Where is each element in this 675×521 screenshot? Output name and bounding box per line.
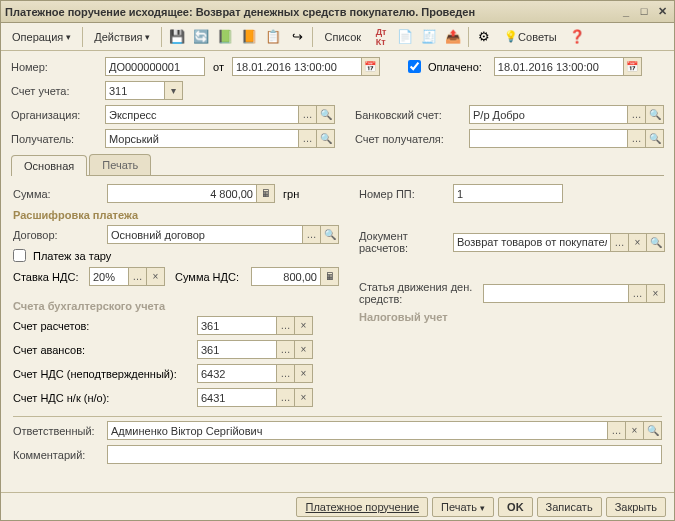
calendar-icon[interactable]: 📅 (624, 57, 642, 76)
select-icon[interactable]: … (303, 225, 321, 244)
tips-button[interactable]: 💡 Советы (497, 26, 563, 48)
a3-input[interactable] (197, 364, 277, 383)
a1-label: Счет расчетов: (13, 320, 193, 332)
receiver-input[interactable] (105, 129, 299, 148)
footer: Платежное поручение Печать OK Записать З… (1, 492, 674, 520)
structure-icon[interactable]: ↪ (286, 26, 308, 48)
a2-input[interactable] (197, 340, 277, 359)
maximize-button[interactable]: □ (636, 5, 652, 19)
actions-menu[interactable]: Действия (87, 26, 157, 48)
calc-icon[interactable]: 🖩 (321, 267, 339, 286)
sum-input[interactable] (107, 184, 257, 203)
separator (161, 27, 162, 47)
search-icon[interactable]: 🔍 (317, 129, 335, 148)
close-button[interactable]: ✕ (654, 5, 670, 19)
calendar-icon[interactable]: 📅 (362, 57, 380, 76)
cashflow-input[interactable] (483, 284, 629, 303)
tabs: Основная Печать (11, 154, 664, 176)
clear-icon[interactable]: × (626, 421, 644, 440)
search-icon[interactable]: 🔍 (646, 105, 664, 124)
vatrate-input[interactable] (89, 267, 129, 286)
resp-input[interactable] (107, 421, 608, 440)
settings-icon[interactable]: ⚙ (473, 26, 495, 48)
tare-checkbox[interactable] (13, 249, 26, 262)
vatsum-input[interactable] (251, 267, 321, 286)
select-icon[interactable]: … (299, 129, 317, 148)
clear-icon[interactable]: × (295, 388, 313, 407)
minimize-button[interactable]: _ (618, 5, 634, 19)
select-icon[interactable]: … (299, 105, 317, 124)
select-icon[interactable]: … (628, 129, 646, 148)
select-icon[interactable]: … (611, 233, 629, 252)
export-icon[interactable]: 📤 (442, 26, 464, 48)
docpay-input[interactable] (453, 233, 611, 252)
bank-input[interactable] (469, 105, 628, 124)
dropdown-icon[interactable]: ▾ (165, 81, 183, 100)
select-icon[interactable]: … (608, 421, 626, 440)
search-icon[interactable]: 🔍 (644, 421, 662, 440)
tab-print[interactable]: Печать (89, 154, 151, 175)
titlebar: Платежное поручение исходящее: Возврат д… (1, 1, 674, 23)
list-button[interactable]: Список (317, 26, 368, 48)
contract-input[interactable] (107, 225, 303, 244)
search-icon[interactable]: 🔍 (646, 129, 664, 148)
docpay-label: Документ расчетов: (359, 230, 449, 254)
org-input[interactable] (105, 105, 299, 124)
tare-label: Платеж за тару (33, 250, 111, 262)
select-icon[interactable]: … (277, 316, 295, 335)
pp-input[interactable] (453, 184, 563, 203)
operation-menu[interactable]: Операция (5, 26, 78, 48)
close-form-button[interactable]: Закрыть (606, 497, 666, 517)
dtct-icon[interactable]: ДтКт (370, 26, 392, 48)
form-body: Номер: от 📅 Оплачено: 📅 Счет учета: ▾ Ор… (1, 51, 674, 483)
account-input[interactable] (105, 81, 165, 100)
select-icon[interactable]: … (129, 267, 147, 286)
select-icon[interactable]: … (277, 340, 295, 359)
select-icon[interactable]: … (277, 388, 295, 407)
search-icon[interactable]: 🔍 (317, 105, 335, 124)
clear-icon[interactable]: × (295, 340, 313, 359)
clear-icon[interactable]: × (295, 316, 313, 335)
number-label: Номер: (11, 61, 101, 73)
search-icon[interactable]: 🔍 (321, 225, 339, 244)
contract-label: Договор: (13, 229, 103, 241)
recvacct-input[interactable] (469, 129, 628, 148)
select-icon[interactable]: … (277, 364, 295, 383)
vatrate-label: Ставка НДС: (13, 271, 85, 283)
clear-icon[interactable]: × (647, 284, 665, 303)
paid-label: Оплачено: (428, 61, 482, 73)
payment-order-button[interactable]: Платежное поручение (296, 497, 428, 517)
print-button[interactable]: Печать (432, 497, 494, 517)
clear-icon[interactable]: × (629, 233, 647, 252)
select-icon[interactable]: … (629, 284, 647, 303)
search-icon[interactable]: 🔍 (647, 233, 665, 252)
clear-icon[interactable]: × (147, 267, 165, 286)
ok-button[interactable]: OK (498, 497, 533, 517)
decode-header: Расшифровка платежа (13, 209, 339, 221)
refresh-icon[interactable]: 🔄 (190, 26, 212, 48)
window-title: Платежное поручение исходящее: Возврат д… (5, 6, 616, 18)
a3-label: Счет НДС (неподтвержденный): (13, 368, 193, 380)
comment-input[interactable] (107, 445, 662, 464)
date-input[interactable] (232, 57, 362, 76)
select-icon[interactable]: … (628, 105, 646, 124)
help-icon[interactable]: ❓ (566, 26, 588, 48)
save-button[interactable]: Записать (537, 497, 602, 517)
unpost-icon[interactable]: 📙 (238, 26, 260, 48)
tab-main[interactable]: Основная (11, 155, 87, 176)
post-icon[interactable]: 📗 (214, 26, 236, 48)
tree-icon[interactable]: 🧾 (418, 26, 440, 48)
a1-input[interactable] (197, 316, 277, 335)
paid-date-input[interactable] (494, 57, 624, 76)
number-input[interactable] (105, 57, 205, 76)
a4-input[interactable] (197, 388, 277, 407)
report-icon[interactable]: 📄 (394, 26, 416, 48)
separator (82, 27, 83, 47)
tax-header: Налоговый учет (359, 311, 665, 323)
clear-icon[interactable]: × (295, 364, 313, 383)
recvacct-label: Счет получателя: (355, 133, 465, 145)
calc-icon[interactable]: 🖩 (257, 184, 275, 203)
basedon-icon[interactable]: 📋 (262, 26, 284, 48)
paid-checkbox[interactable] (408, 60, 421, 73)
save-icon[interactable]: 💾 (166, 26, 188, 48)
